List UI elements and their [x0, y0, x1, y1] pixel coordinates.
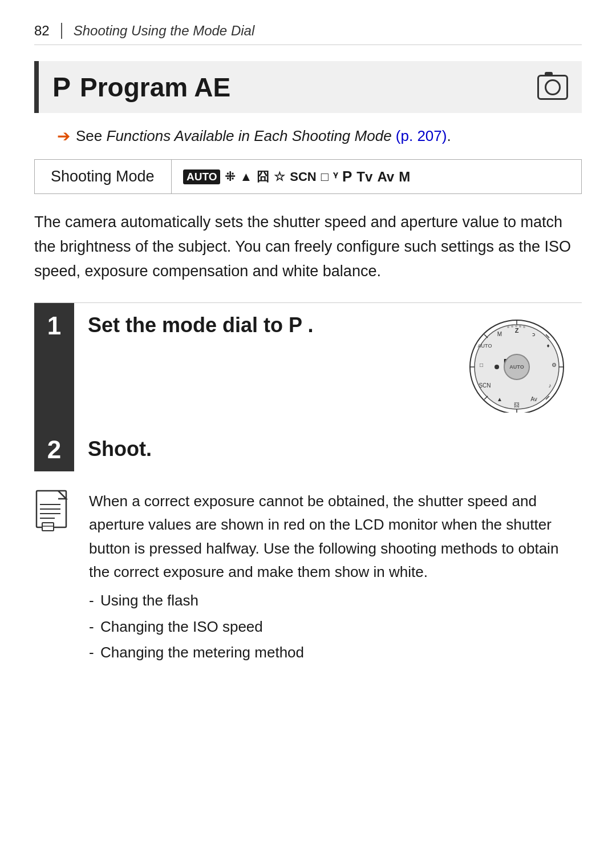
page-number: 82: [34, 23, 62, 39]
note-list-item: Changing the ISO speed: [89, 615, 582, 639]
svg-text:AUTO: AUTO: [478, 343, 492, 349]
svg-point-29: [519, 325, 521, 328]
svg-point-23: [495, 365, 499, 369]
mode-scene-icon: ⁜: [225, 169, 235, 184]
svg-text:♦: ♦: [546, 342, 549, 349]
svg-text:⚙: ⚙: [552, 362, 557, 368]
mode-dial-image: Z ↄ ♦ ⚙ ♪ Av 囧 ▲ SCN □ AUTO M P: [465, 316, 568, 417]
step-2-number-col: 2: [34, 427, 74, 471]
note-main-text: When a correct exposure cannot be obtain…: [89, 492, 558, 581]
step-1-number-col: 1: [34, 303, 74, 427]
mode-scn-icon: SCN: [290, 169, 316, 184]
svg-text:Z: Z: [515, 327, 519, 334]
mode-Av-icon: Av: [377, 169, 394, 185]
note-text-block: When a correct exposure cannot be obtain…: [89, 490, 582, 667]
svg-point-30: [523, 326, 525, 328]
svg-text:Av: Av: [530, 396, 537, 402]
shooting-mode-label: Shooting Mode: [35, 160, 172, 193]
note-list-item: Using the flash: [89, 589, 582, 613]
camera-icon: [537, 75, 568, 100]
cross-ref: ➔ See Functions Available in Each Shooti…: [57, 127, 582, 146]
note-block: When a correct exposure cannot be obtain…: [34, 490, 582, 667]
mode-landscape-icon: ▲: [240, 169, 252, 184]
shooting-mode-icons: AUTO ⁜ ▲ 囧 ☆ SCN □ ᵞ P Tv Av M: [172, 162, 422, 191]
shooting-mode-row: Shooting Mode AUTO ⁜ ▲ 囧 ☆ SCN □ ᵞ P Tv …: [34, 159, 582, 194]
note-list: Using the flash Changing the ISO speed C…: [89, 589, 582, 665]
step-1-number: 1: [47, 313, 61, 338]
step-1-title: Set the mode dial to P .: [88, 313, 313, 337]
mode-P-icon: P: [342, 168, 352, 185]
mode-auto-icon: AUTO: [183, 169, 220, 184]
mode-portrait-icon: 囧: [257, 168, 269, 185]
mode-video-icon: ᵞ: [333, 169, 338, 184]
mode-square-icon: □: [321, 169, 329, 184]
svg-text:ↄ: ↄ: [532, 331, 536, 337]
step-2-content: Shoot.: [74, 427, 582, 471]
step-2-title: Shoot.: [88, 437, 152, 461]
cross-ref-italic: Functions Available in Each Shooting Mod…: [107, 127, 392, 144]
mode-M-icon: M: [399, 169, 410, 185]
note-list-item: Changing the metering method: [89, 641, 582, 665]
section-letter: P: [52, 71, 71, 103]
cross-ref-link[interactable]: (p. 207): [396, 127, 447, 144]
mode-kids-icon: ☆: [274, 169, 285, 184]
mode-Tv-icon: Tv: [356, 169, 372, 185]
svg-point-28: [515, 325, 517, 327]
svg-point-26: [507, 326, 509, 328]
svg-text:囧: 囧: [514, 402, 520, 408]
cross-ref-text: See Functions Available in Each Shooting…: [76, 127, 451, 145]
step-2-block: 2 Shoot.: [34, 427, 582, 471]
arrow-icon: ➔: [57, 127, 70, 146]
page-subtitle: Shooting Using the Mode Dial: [74, 23, 255, 39]
page-header: 82 Shooting Using the Mode Dial: [34, 23, 582, 45]
description-paragraph: The camera automatically sets the shutte…: [34, 210, 582, 284]
svg-rect-36: [42, 523, 54, 531]
svg-text:AUTO: AUTO: [509, 364, 524, 370]
note-icon: [34, 490, 75, 535]
step-2-number: 2: [47, 437, 61, 462]
step-1-content: Set the mode dial to P .: [74, 303, 582, 427]
section-title: Program AE: [80, 72, 537, 103]
svg-text:M: M: [497, 331, 502, 337]
svg-text:□: □: [480, 362, 483, 368]
svg-line-6: [484, 334, 488, 338]
section-title-block: P Program AE: [34, 61, 582, 113]
step-1-block: 1 Set the mode dial to P .: [34, 302, 582, 427]
svg-text:♪: ♪: [549, 382, 552, 389]
svg-point-27: [511, 325, 513, 328]
svg-text:▲: ▲: [497, 396, 502, 402]
page-container: 82 Shooting Using the Mode Dial P Progra…: [0, 0, 616, 868]
svg-line-8: [484, 396, 488, 399]
svg-text:SCN: SCN: [479, 382, 491, 389]
